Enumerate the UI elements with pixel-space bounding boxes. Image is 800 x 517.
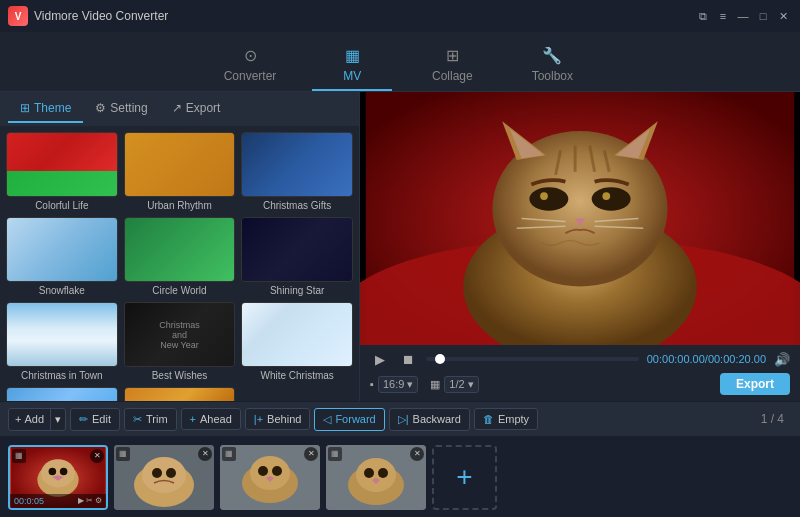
menu-btn[interactable]: ≡ — [714, 7, 732, 25]
timeline-item-1[interactable]: ▦ ✕ 00:0:05 ▶ ✂ ⚙ — [8, 445, 108, 510]
ahead-button[interactable]: + Ahead — [181, 408, 241, 430]
theme-item-christmas-gifts[interactable]: Christmas Gifts — [241, 132, 353, 211]
tl-delete-1[interactable]: ✕ — [90, 449, 104, 463]
tl-thumb-icon-1: ▦ — [12, 449, 26, 463]
theme-item-white-christmas[interactable]: White Christmas — [241, 302, 353, 381]
tab-toolbox[interactable]: 🔧 Toolbox — [512, 38, 592, 91]
forward-icon: ◁ — [323, 413, 331, 426]
svg-point-32 — [152, 468, 162, 478]
tl-settings-1[interactable]: ⚙ — [95, 496, 102, 505]
export-button[interactable]: Export — [720, 373, 790, 395]
empty-icon: 🗑 — [483, 413, 494, 425]
theme-label-white-christmas: White Christmas — [241, 370, 353, 381]
theme-label-best-wishes: Best Wishes — [124, 370, 236, 381]
ratio-icon: ▪ — [370, 378, 374, 390]
edit-button[interactable]: ✏ Edit — [70, 408, 120, 431]
theme-item-christmas-in-town[interactable]: Christmas in Town — [6, 302, 118, 381]
add-icon: + — [15, 413, 21, 425]
preview-video — [360, 92, 800, 345]
edit-icon: ✏ — [79, 413, 88, 426]
backward-label: Backward — [413, 413, 461, 425]
minimize-btn[interactable]: — — [734, 7, 752, 25]
empty-button[interactable]: 🗑 Empty — [474, 408, 538, 430]
trim-button[interactable]: ✂ Trim — [124, 408, 177, 431]
close-btn[interactable]: ✕ — [774, 7, 792, 25]
tl-play-1[interactable]: ▶ — [78, 496, 84, 505]
theme-item-splash[interactable]: Splash — [6, 387, 118, 401]
parts-value: 1/2 — [449, 378, 464, 390]
progress-bar[interactable] — [426, 357, 639, 361]
svg-point-14 — [592, 187, 631, 210]
forward-button[interactable]: ◁ Forward — [314, 408, 384, 431]
add-label: Add — [24, 413, 44, 425]
play-button[interactable]: ▶ — [370, 349, 390, 369]
panel-tab-export-label: Export — [186, 101, 221, 115]
title-bar: V Vidmore Video Converter ⧉ ≡ — □ ✕ — [0, 0, 800, 32]
tl-delete-4[interactable]: ✕ — [410, 447, 424, 461]
add-button[interactable]: + Add ▾ — [8, 408, 66, 431]
controls-row1: ▶ ⏹ 00:00:00.00/00:00:20.00 🔊 — [370, 349, 790, 369]
panel-tab-setting-label: Setting — [110, 101, 147, 115]
export-panel-icon: ↗ — [172, 101, 182, 115]
behind-button[interactable]: |+ Behind — [245, 408, 311, 430]
timeline-item-4[interactable]: ▦ ✕ — [326, 445, 426, 510]
svg-point-38 — [272, 466, 282, 476]
theme-item-urban-rhythm[interactable]: Urban Rhythm — [124, 132, 236, 211]
ahead-icon: + — [190, 413, 196, 425]
tab-converter[interactable]: ⊙ Converter — [208, 38, 293, 91]
tl-delete-2[interactable]: ✕ — [198, 447, 212, 461]
tl-crop-1[interactable]: ✂ — [86, 496, 93, 505]
backward-button[interactable]: ▷| Backward — [389, 408, 470, 431]
svg-point-33 — [166, 468, 176, 478]
stop-button[interactable]: ⏹ — [398, 349, 418, 369]
add-dropdown-arrow[interactable]: ▾ — [50, 409, 65, 430]
parts-dropdown[interactable]: 1/2 ▾ — [444, 376, 478, 393]
theme-item-colorful-life[interactable]: Colorful Life — [6, 132, 118, 211]
svg-point-15 — [540, 192, 548, 200]
panel-tabs: ⊞ Theme ⚙ Setting ↗ Export — [0, 92, 359, 126]
converter-icon: ⊙ — [239, 44, 261, 66]
ahead-label: Ahead — [200, 413, 232, 425]
ratio-value: 16:9 — [383, 378, 404, 390]
parts-arrow: ▾ — [468, 378, 474, 391]
restore-btn[interactable]: ⧉ — [694, 7, 712, 25]
volume-icon[interactable]: 🔊 — [774, 352, 790, 367]
theme-item-best-wishes[interactable]: ChristmasandNew Year Best Wishes — [124, 302, 236, 381]
title-bar-left: V Vidmore Video Converter — [8, 6, 168, 26]
timeline-item-2[interactable]: ▦ ✕ — [114, 445, 214, 510]
app-icon: V — [8, 6, 28, 26]
timeline: ▦ ✕ 00:0:05 ▶ ✂ ⚙ ▦ ✕ — [0, 437, 800, 517]
tab-collage[interactable]: ⊞ Collage — [412, 38, 492, 91]
svg-point-27 — [60, 467, 68, 475]
parts-selector: ▦ 1/2 ▾ — [430, 376, 478, 393]
theme-label-shining-star: Shining Star — [241, 285, 353, 296]
tl-thumb-icon-2: ▦ — [116, 447, 130, 461]
theme-label-colorful-life: Colorful Life — [6, 200, 118, 211]
tab-mv[interactable]: ▦ MV — [312, 38, 392, 91]
time-display: 00:00:00.00/00:00:20.00 — [647, 353, 766, 365]
tab-mv-label: MV — [343, 69, 361, 83]
panel-tab-theme[interactable]: ⊞ Theme — [8, 95, 83, 123]
parts-icon: ▦ — [430, 378, 440, 391]
behind-icon: |+ — [254, 413, 263, 425]
theme-item-shining-star[interactable]: Shining Star — [241, 217, 353, 296]
tl-delete-3[interactable]: ✕ — [304, 447, 318, 461]
timeline-item-3[interactable]: ▦ ✕ — [220, 445, 320, 510]
bottom-toolbar: + Add ▾ ✏ Edit ✂ Trim + Ahead |+ Behind … — [0, 401, 800, 437]
ratio-selector: ▪ 16:9 ▾ — [370, 376, 418, 393]
add-main[interactable]: + Add — [9, 409, 50, 429]
theme-item-autumn[interactable]: Autumn — [124, 387, 236, 401]
svg-point-26 — [49, 467, 57, 475]
maximize-btn[interactable]: □ — [754, 7, 772, 25]
panel-tab-export[interactable]: ↗ Export — [160, 95, 233, 123]
app-title: Vidmore Video Converter — [34, 9, 168, 23]
ratio-dropdown[interactable]: 16:9 ▾ — [378, 376, 418, 393]
theme-item-snowflake[interactable]: Snowflake — [6, 217, 118, 296]
tl-controls-1: ▶ ✂ ⚙ — [78, 496, 102, 505]
tab-toolbox-label: Toolbox — [532, 69, 573, 83]
timeline-add-button[interactable]: + — [432, 445, 497, 510]
theme-item-circle-world[interactable]: Circle World — [124, 217, 236, 296]
panel-tab-setting[interactable]: ⚙ Setting — [83, 95, 159, 123]
theme-label-christmas-gifts: Christmas Gifts — [241, 200, 353, 211]
svg-point-42 — [356, 458, 396, 492]
